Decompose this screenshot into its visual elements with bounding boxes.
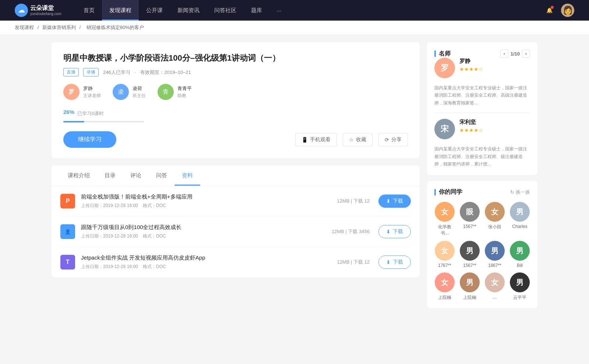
classmate-4-avatar: 男 <box>510 202 530 222</box>
teacher-2-avatar: 凌 <box>113 84 129 100</box>
resource-item-2: 👤 跟随千万级项目从0到100全过程高效成长 上传日期：2019-12-28 1… <box>60 217 411 247</box>
navbar: ☁ 云朵课堂 yundouketang.com 首页 发现课程 公开课 新闻资讯… <box>0 0 589 21</box>
nav-discover[interactable]: 发现课程 <box>102 0 139 21</box>
notification-dot <box>551 6 554 9</box>
next-teacher-btn[interactable]: › <box>522 50 530 58</box>
breadcrumb-link-1[interactable]: 发现课程 <box>15 25 34 30</box>
teacher-2: 凌 凌荷 班主任 <box>113 84 146 100</box>
tab-review[interactable]: 评论 <box>123 165 149 186</box>
classmate-3-avatar: 女 <box>485 202 505 222</box>
classmate-2[interactable]: 眼 1567** <box>459 202 480 236</box>
resource-stats-2: 12MB | 下载 3456 <box>332 228 370 235</box>
classmate-2-avatar: 眼 <box>460 202 480 222</box>
resource-format-2: 格式：DOC <box>143 233 166 239</box>
nav-qa[interactable]: 问答社区 <box>207 0 244 21</box>
classmate-10-avatar: 男 <box>460 272 480 292</box>
resource-info-3: Jetpack全组件实战 开发短视频应用高仿皮皮虾App 上传日期：2019-1… <box>81 254 337 270</box>
tab-resource[interactable]: 资料 <box>174 165 200 186</box>
user-avatar[interactable]: 👩 <box>561 4 574 17</box>
classmate-7-name: 1867** <box>488 263 501 268</box>
teacher-2-name: 凌荷 <box>133 85 146 92</box>
resource-item-1: P 前端全栈加强版！前端全栈+全周期+多端应用 上传日期：2019-12-28 … <box>60 186 411 217</box>
teacher-page: 1/10 <box>511 51 520 57</box>
teacher-1-name: 罗静 <box>83 85 101 92</box>
download-label-3: 下载 <box>393 259 403 265</box>
mobile-watch-btn[interactable]: 📱 手机观看 <box>295 133 337 146</box>
classmate-5-name: 1767** <box>438 263 451 268</box>
resource-date-2: 上传日期：2019-12-28 16:00 <box>81 233 138 239</box>
continue-button[interactable]: 继续学习 <box>63 131 116 148</box>
resource-meta-3: 上传日期：2019-12-28 16:00 格式：DOC <box>81 264 337 270</box>
nav-home[interactable]: 首页 <box>76 0 102 21</box>
share-label: 分享 <box>391 136 402 143</box>
resource-list: P 前端全栈加强版！前端全栈+全周期+多端应用 上传日期：2019-12-28 … <box>52 186 420 277</box>
notification-bell[interactable]: 🔔 <box>543 4 555 16</box>
classmate-4[interactable]: 男 Charles <box>509 202 530 236</box>
download-btn-3[interactable]: ⬇ 下载 <box>378 256 411 269</box>
classmate-12-name: 云平平 <box>513 295 526 301</box>
progress-bar-bg <box>63 121 144 122</box>
classmate-9-name: 上院楠 <box>438 295 451 301</box>
resource-icon-2: 👤 <box>60 224 75 239</box>
tabs-card: 课程介绍 目录 评论 问答 资料 P 前端全栈加强版！前端全栈+全周期+多端应用… <box>52 165 420 277</box>
tab-catalog[interactable]: 目录 <box>97 165 123 186</box>
teachers-list: 罗 罗静 主讲老师 凌 凌荷 班主任 青 青青平 <box>63 84 408 100</box>
classmate-10-name: 上院楠 <box>463 295 476 301</box>
action-row: 继续学习 📱 手机观看 ☆ 收藏 ⟳ 分享 <box>63 131 408 148</box>
logo-text: 云朵课堂 yundouketang.com <box>30 4 61 16</box>
classmate-9[interactable]: 女 上院楠 <box>434 272 455 301</box>
nav-exam[interactable]: 题库 <box>244 0 269 21</box>
classmate-7-avatar: 男 <box>485 241 505 261</box>
classmate-3[interactable]: 女 张小田 <box>484 202 505 236</box>
classmate-1-name: 化学教书... <box>434 224 455 236</box>
classmate-10[interactable]: 男 上院楠 <box>459 272 480 301</box>
download-label-2: 下载 <box>393 228 403 235</box>
nav-news[interactable]: 新闻资讯 <box>170 0 207 21</box>
teacher-pagination: ‹ 1/10 › <box>500 50 530 58</box>
sidebar-teacher-1-name: 罗静 <box>459 58 530 65</box>
tab-intro[interactable]: 课程介绍 <box>60 165 97 186</box>
classmate-3-name: 张小田 <box>488 224 501 230</box>
classmate-4-name: Charles <box>512 224 527 229</box>
classmate-1[interactable]: 女 化学教书... <box>434 202 455 236</box>
classmate-7[interactable]: 男 1867** <box>484 241 505 268</box>
download-btn-2[interactable]: ⬇ 下载 <box>378 225 411 238</box>
resource-icon-3: T <box>60 255 75 270</box>
teacher-3: 青 青青平 助教 <box>158 84 192 100</box>
sidebar-teacher-1-desc: 国内某重点大学安全工程专业硕士，国家一级注册消防工程师、注册安全工程师、高级注册… <box>434 84 530 107</box>
mobile-watch-label: 手机观看 <box>310 136 331 143</box>
classmate-5[interactable]: 女 1767** <box>434 241 455 268</box>
nav-more[interactable]: ··· <box>269 0 289 21</box>
logo[interactable]: ☁ 云朵课堂 yundouketang.com <box>15 4 61 17</box>
classmate-6-avatar: 男 <box>460 241 480 261</box>
nav-opencourse[interactable]: 公开课 <box>139 0 170 21</box>
tab-qa[interactable]: 问答 <box>149 165 174 186</box>
classmate-12[interactable]: 男 云平平 <box>509 272 530 301</box>
learners-count: 246人已学习 <box>103 69 130 76</box>
divider-1 <box>434 113 530 113</box>
share-btn[interactable]: ⟳ 分享 <box>378 133 408 146</box>
classmates-grid: 女 化学教书... 眼 1567** 女 张小田 男 Charles 女 1 <box>434 202 530 301</box>
resource-stats-1: 12MB | 下载 12 <box>337 198 370 204</box>
classmates-card: 你的同学 ↻ 换一换 女 化学教书... 眼 1567** 女 张 <box>427 181 537 308</box>
resource-title-3: Jetpack全组件实战 开发短视频应用高仿皮皮虾App <box>81 254 337 261</box>
classmate-11-name: ... <box>493 295 497 300</box>
classmate-8[interactable]: 男 Bill <box>509 241 530 268</box>
teachers-card: 名师 ‹ 1/10 › 罗 罗静 ★★★★☆ 国内某重点大学安全工程专业硕士，国… <box>427 42 537 175</box>
star-icon: ☆ <box>349 137 354 143</box>
prev-teacher-btn[interactable]: ‹ <box>500 50 508 58</box>
download-btn-1[interactable]: ⬇ 下载 <box>378 195 411 208</box>
badge-record: 录播 <box>83 68 99 76</box>
classmate-6[interactable]: 男 1567** <box>459 241 480 268</box>
favorite-label: 收藏 <box>356 136 366 143</box>
favorite-btn[interactable]: ☆ 收藏 <box>343 133 373 146</box>
classmate-11[interactable]: 女 ... <box>484 272 505 301</box>
teacher-3-name: 青青平 <box>177 85 192 92</box>
action-buttons: 📱 手机观看 ☆ 收藏 ⟳ 分享 <box>295 133 408 146</box>
progress-bar-fill <box>63 121 84 122</box>
refresh-btn[interactable]: ↻ 换一换 <box>510 189 530 196</box>
nav-right: 🔔 👩 <box>543 4 574 17</box>
breadcrumb-link-2[interactable]: 新媒体营销系列 <box>42 25 76 30</box>
resource-info-1: 前端全栈加强版！前端全栈+全周期+多端应用 上传日期：2019-12-28 16… <box>81 193 337 209</box>
teacher-3-avatar: 青 <box>158 84 174 100</box>
